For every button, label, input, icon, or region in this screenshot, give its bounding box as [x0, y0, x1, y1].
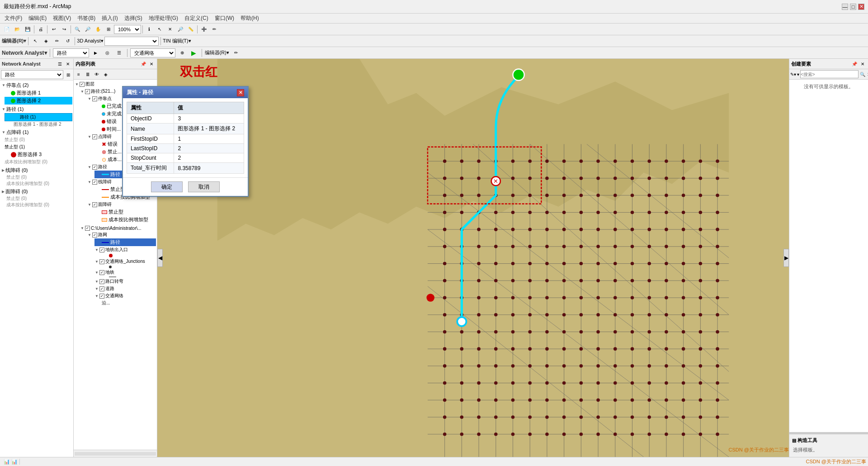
na-panel-menu-btn[interactable]: ☰: [56, 60, 63, 67]
ct-list-by-draw-btn[interactable]: ≡: [75, 70, 83, 78]
pan-btn[interactable]: ✋: [93, 24, 103, 34]
ct-poly-cost-item[interactable]: 成本按比例增加型: [94, 216, 156, 223]
ct-file-header[interactable]: ▼ C:\Users\Administrator\...: [80, 225, 156, 231]
ct-poly-barrier-header2[interactable]: ▼ 面障碍: [87, 201, 156, 208]
ct-list-by-source-btn[interactable]: ≣: [84, 70, 92, 78]
print-btn[interactable]: 🖨: [36, 24, 46, 34]
menu-geoprocess[interactable]: 地理处理(G): [146, 14, 181, 23]
na-barrier-item-1[interactable]: 图形选择 3: [5, 151, 72, 158]
clear-select-btn[interactable]: ✕: [165, 24, 175, 34]
main-checkbox[interactable]: [80, 82, 85, 87]
content-scrollbar[interactable]: [74, 450, 157, 457]
ct-metro-dot[interactable]: [102, 253, 156, 258]
na-stop-item-1[interactable]: 图形选择 1: [5, 89, 72, 97]
menu-view[interactable]: 视图(V): [50, 14, 74, 23]
edit-vertices-btn[interactable]: ◈: [41, 36, 51, 46]
stop2-marker[interactable]: [457, 317, 466, 326]
polb2-checkbox[interactable]: [92, 202, 97, 207]
route-checkbox[interactable]: [85, 89, 90, 94]
close-btn[interactable]: ✕: [858, 4, 864, 10]
right-panel-close-btn[interactable]: ✕: [859, 60, 866, 67]
na-route-dropdown[interactable]: 路径: [53, 48, 89, 57]
ct-metro-exit-header[interactable]: ▼ 地铁出入口: [94, 246, 156, 253]
na-solve-btn[interactable]: ▶: [189, 48, 199, 58]
file-checkbox[interactable]: [85, 226, 90, 231]
ct-subway-header[interactable]: ▼ 地铁: [94, 269, 156, 276]
junction-cb[interactable]: [99, 259, 104, 264]
zoom-in-btn[interactable]: 🔍: [72, 24, 82, 34]
turn-cb[interactable]: [99, 279, 104, 284]
minimize-btn[interactable]: —: [842, 4, 848, 10]
ct-road-header[interactable]: ▼ 路网: [87, 231, 156, 238]
redo-btn[interactable]: ↪: [59, 24, 69, 34]
map-area[interactable]: 双击红框位置 即可看到数据 ◀ ▶: [157, 59, 789, 457]
identify-btn[interactable]: ℹ: [144, 24, 154, 34]
menu-insert[interactable]: 插入(I): [99, 14, 120, 23]
content-panel-close-btn[interactable]: ✕: [148, 60, 155, 67]
editor-btn[interactable]: ✏: [209, 24, 219, 34]
right-search-btn[interactable]: 🔍: [859, 71, 866, 78]
menu-customize[interactable]: 自定义(C): [182, 14, 211, 23]
stops-checkbox[interactable]: [92, 96, 97, 101]
collapse-right-btn[interactable]: ▶: [783, 249, 789, 267]
na-route-select[interactable]: 路径: [1, 70, 63, 79]
full-extent-btn[interactable]: ⊞: [104, 24, 113, 34]
zoom-out-btn[interactable]: 🔎: [83, 24, 93, 34]
traffic-cb[interactable]: [99, 294, 104, 299]
na-label[interactable]: Network Analyst▾: [2, 50, 47, 56]
ct-traffic-header[interactable]: ▼ 交通网络: [94, 292, 156, 300]
na-tool2[interactable]: ☰: [114, 48, 124, 58]
add-data-btn[interactable]: ➕: [199, 24, 209, 34]
na-route-item-1[interactable]: 路径 (1): [5, 113, 72, 121]
na-panel-close-btn[interactable]: ✕: [64, 60, 71, 67]
menu-select[interactable]: 选择(S): [122, 14, 145, 23]
ct-junction-header[interactable]: ▼ 交通网络_Junctions: [94, 258, 156, 265]
na-stops-header[interactable]: ▼ 停靠点 (2): [1, 81, 72, 89]
pb2-checkbox[interactable]: [92, 134, 97, 139]
na-add-layer-btn[interactable]: ⊞: [64, 71, 72, 79]
props-cancel-btn[interactable]: 取消: [188, 181, 220, 192]
na-create-btn[interactable]: ▶: [91, 48, 101, 58]
menu-edit[interactable]: 编辑(E): [26, 14, 49, 23]
edit-tool-btn[interactable]: ↖: [30, 36, 40, 46]
menu-help[interactable]: 帮助(H): [238, 14, 262, 23]
ct-road2-header[interactable]: ▼ 道路: [94, 285, 156, 292]
save-btn[interactable]: 💾: [23, 24, 33, 34]
right-search-input[interactable]: [800, 70, 859, 78]
lb2-checkbox[interactable]: [92, 180, 97, 185]
menu-file[interactable]: 文件(F): [2, 14, 25, 23]
metro-exit-marker[interactable]: [426, 294, 434, 302]
content-panel-dock-btn[interactable]: 📌: [140, 60, 147, 67]
na-tool1[interactable]: ◎: [103, 48, 113, 58]
collapse-left-btn[interactable]: ◀: [157, 249, 163, 267]
na-route-header[interactable]: ▼ 路径 (1): [1, 105, 72, 113]
na-network-dropdown[interactable]: 交通网络: [130, 48, 175, 57]
zoom-dropdown[interactable]: 100% 50% 200%: [114, 25, 141, 34]
ct-along-item[interactable]: 沿...: [94, 300, 156, 307]
menu-window[interactable]: 窗口(W): [212, 14, 237, 23]
new-btn[interactable]: 📄: [2, 24, 12, 34]
na-point-barrier-header[interactable]: ▼ 点障碍 (1): [1, 128, 72, 136]
find-btn[interactable]: 🔎: [175, 24, 185, 34]
undo-btn[interactable]: ↩: [49, 24, 59, 34]
subway-cb[interactable]: [99, 270, 104, 275]
open-btn[interactable]: 📂: [12, 24, 22, 34]
road-checkbox[interactable]: [92, 233, 97, 238]
props-ok-btn[interactable]: 确定: [151, 181, 183, 192]
road2-cb[interactable]: [99, 286, 104, 291]
3d-dropdown[interactable]: [104, 37, 159, 46]
ct-list-select-btn[interactable]: ◈: [102, 70, 110, 78]
ct-turn-header[interactable]: ▼ 路口转弯: [94, 278, 156, 285]
menu-bookmark[interactable]: 书签(B): [75, 14, 98, 23]
maximize-btn[interactable]: □: [850, 4, 856, 10]
na-edit-btn[interactable]: ✏: [231, 48, 241, 58]
map-svg[interactable]: ✕: [157, 59, 789, 457]
na-poly-barrier-header[interactable]: ▶ 面障碍 (0): [1, 188, 72, 195]
sketch-btn[interactable]: ✏: [52, 36, 62, 46]
ct-list-visible-btn[interactable]: 👁: [93, 70, 101, 78]
na-stop-item-2[interactable]: 图形选择 2: [5, 97, 72, 105]
path-checkbox[interactable]: [92, 165, 97, 170]
na-import-btn[interactable]: ⊕: [177, 48, 187, 58]
rotate-btn[interactable]: ↺: [63, 36, 73, 46]
ct-poly-forbid-item[interactable]: 禁止型: [94, 208, 156, 216]
